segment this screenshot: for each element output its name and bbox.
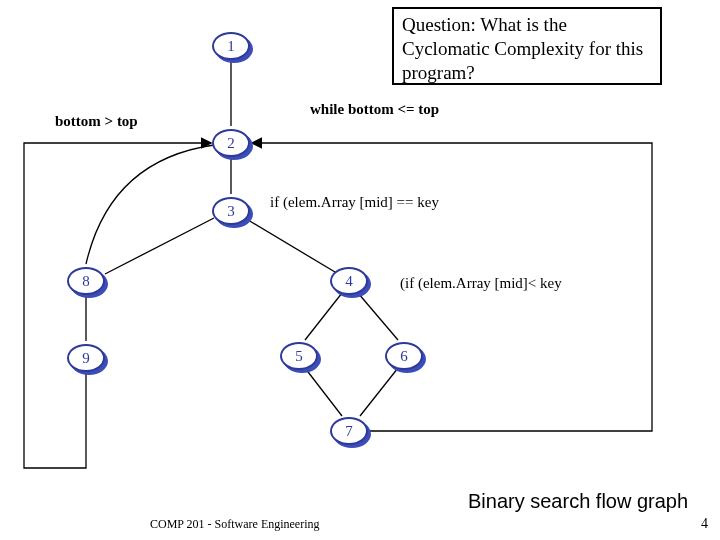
node-label: 5 [295,348,303,365]
node-5: 5 [280,342,318,370]
svg-line-3 [248,220,335,272]
node-7: 7 [330,417,368,445]
label-bottom-gt-top: bottom > top [55,113,138,130]
svg-line-2 [105,218,214,274]
node-1: 1 [212,32,250,60]
node-label: 8 [82,273,90,290]
node-label: 4 [345,273,353,290]
svg-line-8 [360,368,398,416]
label-if-lt: (if (elem.Array [mid]< key [400,275,562,292]
node-label: 9 [82,350,90,367]
node-3: 3 [212,197,250,225]
label-while: while bottom <= top [310,101,439,118]
node-label: 3 [227,203,235,220]
question-box: Question: What is the Cyclomatic Complex… [392,7,662,85]
label-if-eq: if (elem.Array [mid] == key [270,194,439,211]
svg-line-7 [305,368,342,416]
node-6: 6 [385,342,423,370]
question-text: Question: What is the Cyclomatic Complex… [402,14,643,83]
node-label: 2 [227,135,235,152]
node-8: 8 [67,267,105,295]
svg-line-6 [358,293,398,340]
node-label: 7 [345,423,353,440]
node-4: 4 [330,267,368,295]
node-9: 9 [67,344,105,372]
node-label: 6 [400,348,408,365]
node-label: 1 [227,38,235,55]
node-2: 2 [212,129,250,157]
svg-line-5 [305,293,342,340]
